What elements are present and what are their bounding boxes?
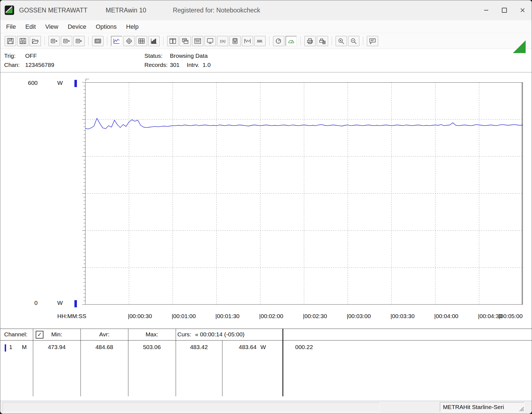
annotation-button[interactable]: [367, 36, 378, 46]
clear-device-memory-icon: M: [63, 38, 70, 44]
save-configuration-button[interactable]: [17, 36, 28, 46]
device-readout-button[interactable]: [229, 36, 241, 46]
cursor-a-marker: [86, 79, 89, 82]
cascade-windows-button[interactable]: [180, 36, 191, 46]
close-icon: [520, 8, 525, 13]
svg-text:M: M: [52, 40, 54, 43]
toolbar-separator: [107, 36, 107, 45]
statusbar-message-area: [2, 402, 379, 412]
menu-help[interactable]: Help: [121, 20, 143, 33]
zoom-in-icon: [338, 38, 345, 44]
device-display-icon: [94, 38, 102, 44]
minimize-icon: [484, 10, 488, 11]
col-header-cursor: Curs:« 00:00:14 (-05:00): [177, 331, 245, 338]
print-preview-button[interactable]: [317, 36, 328, 46]
formula-button[interactable]: ƒ(x): [217, 36, 228, 46]
col-header-min: Min:: [33, 331, 81, 338]
statistics-view-button[interactable]: [148, 36, 160, 46]
y-axis-unit-top: W: [57, 80, 63, 86]
open-file-button[interactable]: [30, 36, 41, 46]
interval-value: 1.0: [203, 62, 211, 68]
menu-view[interactable]: View: [40, 20, 63, 33]
table-column-divider: [81, 329, 81, 396]
minimize-button[interactable]: [477, 0, 495, 20]
save-measurement-button[interactable]: [5, 36, 16, 46]
svg-text:M: M: [77, 40, 79, 43]
cursor-b-value: 483.64W: [222, 344, 282, 350]
overview-corner-button[interactable]: [513, 40, 526, 53]
tile-windows-button[interactable]: [167, 36, 178, 46]
monitor-view-button[interactable]: [204, 36, 216, 46]
x-tick-label: |00:00:30: [128, 313, 152, 319]
zoom-out-button[interactable]: [348, 36, 359, 46]
toolbar-separator: [88, 36, 89, 45]
scale-settings-icon: [275, 38, 282, 44]
x-axis-format-label: HH:MM:SS: [57, 313, 86, 319]
toolbar-separator: [332, 36, 332, 45]
xy-view-button[interactable]: [123, 36, 135, 46]
zoom-in-button[interactable]: [336, 36, 347, 46]
x-tick-label: |00:05:00: [499, 313, 523, 319]
statistics-view-icon: [150, 38, 158, 44]
x-tick-label: |00:02:30: [303, 313, 327, 319]
print-button[interactable]: [304, 36, 316, 46]
table-column-divider: [33, 329, 33, 396]
table-view-icon: [138, 38, 145, 44]
status-label: Status:: [144, 51, 170, 60]
device-transfer-icon: M: [75, 38, 83, 44]
menu-file[interactable]: File: [1, 20, 20, 33]
channel1-marker-top: [74, 80, 77, 87]
col-header-max: Max:: [128, 331, 176, 338]
formula-icon: ƒ(x): [219, 38, 226, 44]
chart-view-button[interactable]: [111, 36, 122, 46]
table-view-button[interactable]: [136, 36, 147, 46]
trigger-label: Trig:: [4, 51, 25, 60]
waveform-max-button[interactable]: [254, 36, 266, 46]
resize-grip[interactable]: [517, 405, 524, 412]
device-display-button[interactable]: [92, 36, 103, 46]
device-transfer-button[interactable]: M: [73, 36, 85, 46]
max-value: 503.06: [128, 344, 176, 350]
waveform-max-icon: [256, 38, 264, 44]
xy-view-icon: [125, 38, 133, 44]
data-list-button[interactable]: [192, 36, 203, 46]
y-axis-min-label: 0: [17, 300, 38, 306]
close-button[interactable]: [513, 0, 532, 20]
cursor-b-number: 483.64: [239, 344, 256, 350]
toolbar-separator: [300, 36, 301, 45]
avr-value: 484.68: [81, 344, 128, 350]
titlebar[interactable]: GOSSEN METRAWATT METRAwin 10 Registered …: [0, 0, 532, 20]
read-device-memory-button[interactable]: M: [48, 36, 60, 46]
table-column-divider: [176, 329, 176, 396]
trigger-channel-info: Trig:OFF Chan:123456789: [4, 51, 54, 69]
chart-panel: 600 W 0 W HH:MM:SS |00:00:30|00:01:00|00…: [0, 72, 532, 329]
menu-edit[interactable]: Edit: [20, 20, 40, 33]
channel1-marker-bottom: [74, 300, 77, 307]
waveform-min-button[interactable]: [242, 36, 253, 46]
channels-label: Chan:: [4, 60, 25, 69]
maximize-button[interactable]: [495, 0, 513, 20]
print-preview-icon: [319, 38, 326, 44]
channels-value: 123456789: [25, 62, 54, 68]
analog-gauge-button[interactable]: [286, 36, 297, 46]
print-icon: [306, 38, 314, 44]
analog-gauge-icon: [287, 38, 295, 44]
zoom-out-icon: [350, 38, 357, 44]
scale-settings-button[interactable]: [273, 36, 284, 46]
power-chart: [85, 82, 523, 305]
channel-mode: M: [22, 344, 27, 350]
menubar: FileEditViewDeviceOptionsHelp: [0, 20, 532, 33]
clear-device-memory-button[interactable]: M: [61, 36, 72, 46]
titlebar-brand: GOSSEN METRAWATT: [19, 7, 87, 14]
menu-options[interactable]: Options: [91, 20, 121, 33]
y-axis-unit-bottom: W: [57, 300, 63, 306]
x-tick-label: |00:02:00: [259, 313, 283, 319]
waveform-min-icon: [244, 38, 251, 44]
menu-device[interactable]: Device: [63, 20, 91, 33]
x-tick-label: |00:01:30: [216, 313, 240, 319]
table-header-divider: [0, 340, 532, 340]
plot-area[interactable]: [85, 82, 523, 305]
app-window: GOSSEN METRAWATT METRAwin 10 Registered …: [0, 0, 532, 414]
chart-view-icon: [113, 38, 120, 44]
device-readout-icon: [231, 38, 239, 44]
